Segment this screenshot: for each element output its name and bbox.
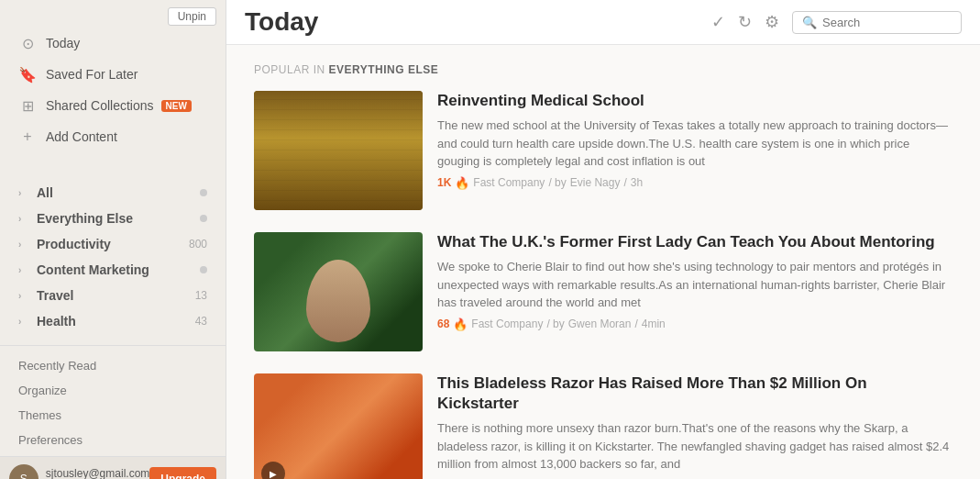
content-marketing-label: Content Marketing (37, 262, 200, 277)
sidebar-item-add[interactable]: + Add Content (0, 121, 226, 152)
sidebar-today-label: Today (46, 36, 80, 50)
article-title[interactable]: Reinventing Medical School (437, 91, 952, 111)
sidebar-themes[interactable]: Themes (0, 403, 226, 428)
sidebar-saved-label: Saved For Later (46, 67, 138, 82)
search-icon: 🔍 (802, 16, 817, 29)
article-time: 3h (631, 176, 643, 189)
article-meta: 68 🔥 Fast Company / by Gwen Moran / 4min (437, 317, 952, 331)
article-body: What The U.K.'s Former First Lady Can Te… (437, 232, 952, 351)
refresh-icon[interactable]: ↻ (738, 12, 752, 32)
sidebar-footer: S sjtousley@gmail.com via Google / Logou… (0, 456, 226, 479)
article-time: 4min (642, 317, 666, 330)
article-excerpt: The new med school at the University of … (437, 117, 952, 171)
sidebar-bottom: Recently Read Organize Themes Preference… (0, 338, 226, 479)
sidebar-preferences[interactable]: Preferences (0, 428, 226, 452)
all-label: All (37, 185, 53, 200)
article-source: Fast Company (473, 176, 545, 189)
checkmark-icon[interactable]: ✓ (711, 12, 725, 32)
section-topic: EVERYTHING ELSE (329, 63, 439, 76)
chevron-icon: › (18, 291, 31, 301)
article-thumbnail[interactable] (254, 232, 423, 351)
flame-icon: 🔥 (453, 317, 468, 331)
avatar: S (9, 464, 39, 479)
article-author: Evie Nagy (570, 176, 621, 189)
section-header: POPULAR IN EVERYTHING ELSE (254, 63, 952, 76)
article-body: Reinventing Medical School The new med s… (437, 91, 952, 210)
sidebar-item-productivity[interactable]: › Productivity 800 (0, 231, 226, 257)
article-title[interactable]: What The U.K.'s Former First Lady Can Te… (437, 232, 952, 252)
sidebar-item-content-marketing[interactable]: › Content Marketing (0, 257, 226, 283)
everything-else-dot (200, 215, 207, 222)
article-body: This Bladeless Razor Has Raised More Tha… (437, 373, 952, 479)
gear-icon[interactable]: ⚙ (765, 12, 779, 32)
today-icon: ⊙ (18, 34, 37, 52)
everything-else-label: Everything Else (37, 211, 200, 226)
chevron-icon: › (18, 240, 31, 250)
topbar-actions: ✓ ↻ ⚙ 🔍 (711, 11, 962, 34)
page-title: Today (245, 7, 711, 37)
add-icon: + (18, 128, 37, 146)
sidebar-item-shared[interactable]: ⊞ Shared Collections NEW (0, 90, 226, 121)
unpin-button[interactable]: Unpin (168, 7, 216, 26)
flame-icon: 🔥 (455, 176, 469, 190)
sidebar-item-all[interactable]: › All (0, 180, 226, 206)
sidebar-item-everything-else[interactable]: › Everything Else (0, 206, 226, 231)
article-card: Reinventing Medical School The new med s… (254, 91, 952, 210)
content-marketing-dot (200, 266, 207, 273)
article-card: What The U.K.'s Former First Lady Can Te… (254, 232, 952, 351)
chevron-icon: › (18, 265, 31, 275)
chevron-icon: › (18, 188, 31, 198)
sidebar-item-travel[interactable]: › Travel 13 (0, 283, 226, 308)
health-label: Health (37, 314, 195, 329)
main-content: Today ✓ ↻ ⚙ 🔍 POPULAR IN EVERYTHING ELSE… (226, 0, 980, 479)
sidebar-organize[interactable]: Organize (0, 378, 226, 403)
chevron-icon: › (18, 317, 31, 327)
bookmark-icon: 🔖 (18, 65, 37, 84)
article-thumbnail[interactable] (254, 91, 423, 210)
new-badge: NEW (161, 100, 192, 112)
article-author: Gwen Moran (568, 317, 632, 330)
footer-email: sjtousley@gmail.com (46, 467, 150, 479)
content-area: POPULAR IN EVERYTHING ELSE Reinventing M… (226, 45, 980, 479)
travel-count: 13 (195, 289, 207, 302)
travel-label: Travel (37, 288, 195, 303)
article-excerpt: There is nothing more unsexy than razor … (437, 419, 952, 473)
article-separator: / by (548, 176, 566, 189)
article-source: Fast Company (471, 317, 543, 330)
all-dot (200, 189, 207, 196)
search-input[interactable] (822, 16, 952, 29)
health-count: 43 (195, 315, 207, 328)
sidebar-item-health[interactable]: › Health 43 (0, 308, 226, 334)
sidebar-item-today[interactable]: ⊙ Today (0, 28, 226, 59)
play-button[interactable]: ▶ (261, 462, 285, 479)
article-meta: 1K 🔥 Fast Company / by Evie Nagy / 3h (437, 176, 952, 190)
sidebar-divider-2 (0, 345, 226, 346)
productivity-count: 800 (189, 238, 207, 251)
productivity-label: Productivity (37, 237, 189, 251)
topbar: Today ✓ ↻ ⚙ 🔍 (226, 0, 980, 45)
article-thumbnail[interactable]: ▶ (254, 373, 423, 479)
article-separator-2: / (634, 317, 637, 330)
article-excerpt: We spoke to Cherie Blair to find out how… (437, 258, 952, 312)
article-separator-2: / (623, 176, 626, 189)
upgrade-button[interactable]: Upgrade (149, 467, 216, 479)
sidebar-item-saved[interactable]: 🔖 Saved For Later (0, 59, 226, 90)
chevron-icon: › (18, 214, 31, 224)
article-title[interactable]: This Bladeless Razor Has Raised More Tha… (437, 373, 952, 414)
sidebar-add-label: Add Content (46, 129, 117, 144)
article-count: 1K (437, 176, 451, 189)
sidebar-recently-read[interactable]: Recently Read (0, 353, 226, 378)
article-separator: / by (546, 317, 564, 330)
article-count: 68 (437, 317, 449, 330)
sidebar: Unpin ⊙ Today 🔖 Saved For Later ⊞ Shared… (0, 0, 226, 479)
sidebar-shared-label: Shared Collections (46, 98, 154, 113)
grid-icon: ⊞ (18, 96, 37, 115)
sidebar-topics: › All › Everything Else › Productivity 8… (0, 176, 226, 338)
article-card: ▶ This Bladeless Razor Has Raised More T… (254, 373, 952, 479)
footer-user-info: sjtousley@gmail.com via Google / Logout (46, 467, 150, 479)
search-box[interactable]: 🔍 (792, 11, 962, 34)
